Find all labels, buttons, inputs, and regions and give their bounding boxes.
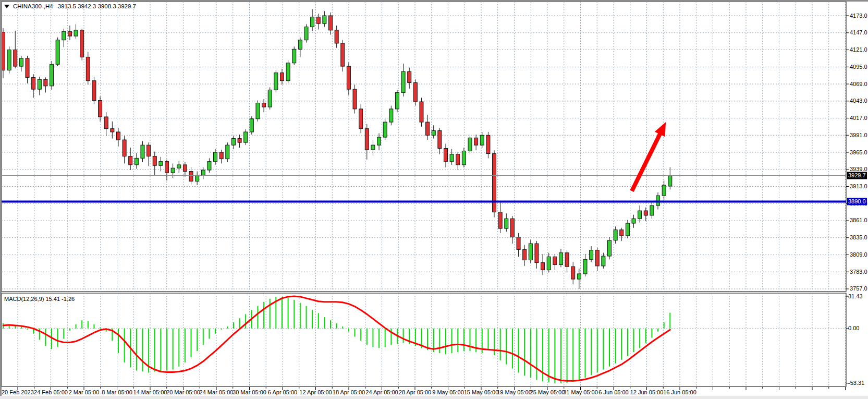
price-tick-label: 3965.0 [850, 149, 867, 155]
candle [341, 43, 345, 66]
candle [104, 117, 108, 129]
candle [571, 267, 575, 279]
window-left-border [0, 0, 2, 399]
candle [510, 219, 514, 237]
candle [298, 40, 302, 50]
candle [44, 79, 47, 86]
hline-price-tag: 3890.0 [847, 198, 867, 205]
date-tick-label: 24 Mar 05:00 [200, 389, 234, 395]
candle [50, 64, 54, 86]
candle [286, 63, 290, 81]
indicator-label: MACD(12,26,9) 15.41 -1.26 [4, 296, 75, 302]
candle [74, 30, 78, 36]
candle [480, 135, 484, 145]
candle [426, 122, 430, 135]
candle [413, 83, 417, 102]
candle [68, 31, 71, 36]
candle [238, 139, 241, 143]
candle [268, 90, 272, 107]
date-tick-label: 30 Mar 05:00 [233, 389, 266, 395]
window-bottom-strip [0, 396, 868, 399]
price-tick-label: 3757.0 [850, 285, 867, 292]
candle [214, 152, 217, 162]
price-tick-label: 4173.0 [850, 13, 867, 19]
price-tick-label: 3783.0 [850, 269, 867, 275]
candle [614, 230, 617, 240]
date-tick-label: 28 Apr 05:00 [399, 389, 431, 395]
candle [159, 162, 163, 166]
price-tick-label: 4147.0 [850, 29, 867, 35]
candle [304, 27, 308, 40]
candle [329, 16, 333, 30]
candle [408, 71, 411, 82]
candle [189, 172, 193, 182]
svg-text:3890.0: 3890.0 [848, 198, 866, 204]
candle [262, 103, 266, 107]
candle [353, 89, 357, 109]
candle [565, 253, 569, 267]
date-tick-label: 6 Jun 05:00 [598, 389, 629, 395]
candle [602, 256, 605, 266]
price-tick-label: 3861.0 [850, 217, 867, 223]
candle [292, 49, 296, 63]
candle [365, 129, 369, 150]
candle [62, 31, 66, 40]
candle [632, 219, 635, 223]
candle [135, 158, 138, 165]
macd-tick-label: -53.31 [848, 380, 864, 386]
candle [244, 132, 248, 142]
date-tick-label: 24 Feb 05:00 [34, 389, 68, 395]
candle [183, 165, 187, 172]
svg-text:3929.7: 3929.7 [848, 172, 866, 178]
candle [529, 244, 532, 260]
candle [335, 30, 338, 43]
candle [517, 237, 520, 249]
candle [56, 40, 59, 65]
candle [662, 185, 666, 196]
main-panel[interactable] [2, 2, 846, 292]
candle [26, 58, 29, 78]
candle [165, 162, 169, 173]
candle [608, 240, 612, 256]
candle [195, 175, 199, 181]
candle [177, 165, 181, 168]
trading-terminal-chart-window: 4173.04147.04121.04095.04069.04043.04017… [0, 0, 868, 399]
candle [32, 77, 35, 89]
macd-panel[interactable] [2, 293, 846, 386]
candle [553, 257, 557, 264]
candle [14, 50, 17, 66]
candle [116, 132, 120, 140]
price-tick-label: 3913.0 [850, 183, 867, 189]
candle [420, 102, 423, 122]
candle [644, 211, 647, 215]
candle [207, 162, 211, 170]
price-tick-label: 4095.0 [850, 64, 867, 70]
candle [535, 244, 539, 263]
date-tick-label: 15 May 05:00 [464, 389, 499, 395]
candle [86, 57, 90, 80]
candle [486, 135, 490, 153]
candle [7, 50, 11, 70]
date-tick-label: 16 Jun 05:00 [663, 389, 696, 395]
chart-ohlc-values: 3913.5 3942.3 3908.3 3929.7 [58, 3, 136, 9]
candle [141, 145, 144, 158]
symbol-dropdown-icon[interactable] [4, 5, 9, 8]
candle [626, 223, 629, 236]
date-tick-label: 8 Mar 05:00 [102, 389, 132, 395]
candle [171, 168, 175, 173]
candle [505, 219, 508, 228]
candle [316, 17, 320, 24]
candle [19, 58, 23, 66]
date-tick-label: 20 Mar 05:00 [166, 389, 200, 395]
price-axis[interactable]: 4173.04147.04121.04095.04069.04043.04017… [846, 13, 867, 292]
candle [219, 152, 223, 159]
price-chart-canvas[interactable]: 4173.04147.04121.04095.04069.04043.04017… [0, 0, 868, 399]
candle [444, 148, 447, 161]
candle [498, 212, 502, 228]
candle [147, 145, 151, 156]
price-tick-label: 3835.0 [850, 234, 867, 240]
candle [274, 73, 278, 90]
date-tick-label: 2 Mar 05:00 [69, 389, 100, 395]
time-axis[interactable]: 20 Feb 202324 Feb 05:002 Mar 05:008 Mar … [2, 387, 846, 395]
macd-axis[interactable]: 31.430.00-53.31 [846, 293, 864, 386]
